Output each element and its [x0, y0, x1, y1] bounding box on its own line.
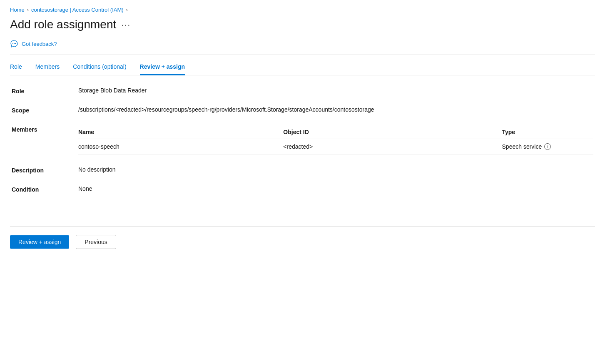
- more-options-button[interactable]: ···: [121, 20, 131, 30]
- svg-point-1: [14, 43, 15, 44]
- members-table: Name Object ID Type contoso-speech <reda…: [78, 125, 593, 155]
- col-header-type: Type: [502, 125, 593, 139]
- breadcrumb: Home › contosostorage | Access Control (…: [10, 7, 595, 13]
- description-field-row: Description No description: [12, 166, 593, 174]
- condition-label: Condition: [12, 185, 78, 193]
- footer-divider: [10, 226, 595, 227]
- role-label: Role: [12, 87, 78, 95]
- tabs: Role Members Conditions (optional) Revie…: [10, 63, 595, 75]
- tab-conditions[interactable]: Conditions (optional): [73, 63, 126, 75]
- description-label: Description: [12, 166, 78, 174]
- tab-review-assign[interactable]: Review + assign: [140, 63, 185, 75]
- col-header-name: Name: [78, 125, 283, 139]
- condition-value: None: [78, 185, 92, 192]
- scope-label: Scope: [12, 106, 78, 114]
- feedback-icon: [10, 40, 18, 48]
- svg-point-0: [12, 43, 13, 44]
- members-section: Members Name Object ID Type contoso-spee…: [12, 125, 593, 155]
- breadcrumb-iam[interactable]: contosostorage | Access Control (IAM): [31, 7, 124, 13]
- scope-field-row: Scope /subscriptions/<redacted>/resource…: [12, 106, 593, 114]
- member-object-id: <redacted>: [283, 139, 502, 155]
- col-header-object-id: Object ID: [283, 125, 502, 139]
- condition-field-row: Condition None: [12, 185, 593, 193]
- footer-actions: Review + assign Previous: [10, 235, 595, 249]
- breadcrumb-sep-1: ›: [27, 7, 29, 13]
- description-value: No description: [78, 166, 116, 173]
- page-header: Add role assignment ···: [10, 18, 595, 31]
- members-label: Members: [12, 125, 78, 133]
- page-container: Home › contosostorage | Access Control (…: [0, 0, 605, 256]
- tab-role[interactable]: Role: [10, 63, 22, 75]
- svg-point-2: [15, 43, 16, 44]
- breadcrumb-sep-2: ›: [126, 7, 128, 13]
- member-name: contoso-speech: [78, 139, 283, 155]
- member-type: Speech service i: [502, 139, 593, 155]
- content-area: Role Storage Blob Data Reader Scope /sub…: [10, 87, 595, 193]
- feedback-label: Got feedback?: [22, 41, 57, 47]
- tab-members[interactable]: Members: [35, 63, 60, 75]
- previous-button[interactable]: Previous: [76, 235, 116, 249]
- feedback-bar[interactable]: Got feedback?: [10, 40, 595, 48]
- header-divider: [10, 55, 595, 55]
- scope-value: /subscriptions/<redacted>/resourcegroups…: [78, 106, 374, 113]
- page-title: Add role assignment: [10, 18, 116, 31]
- role-field-row: Role Storage Blob Data Reader: [12, 87, 593, 95]
- type-info-icon[interactable]: i: [544, 143, 551, 150]
- review-assign-button[interactable]: Review + assign: [10, 235, 69, 249]
- role-value: Storage Blob Data Reader: [78, 87, 147, 94]
- member-type-label: Speech service: [502, 143, 542, 150]
- table-row: contoso-speech <redacted> Speech service…: [78, 139, 593, 155]
- breadcrumb-home[interactable]: Home: [10, 7, 25, 13]
